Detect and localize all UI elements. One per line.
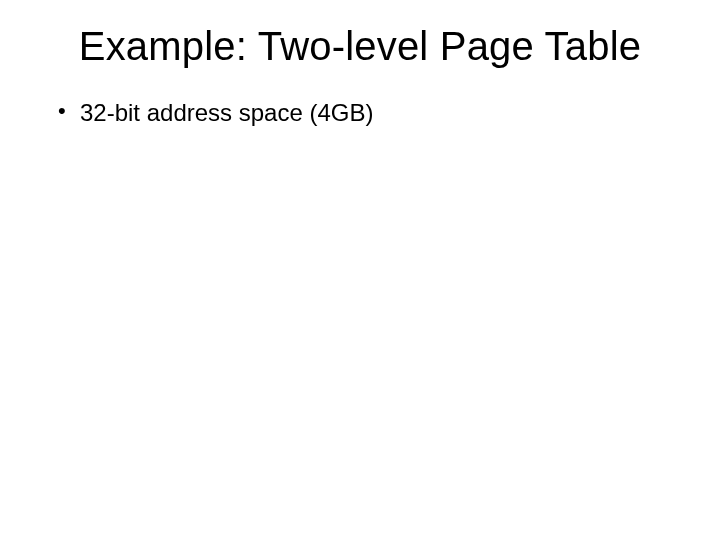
- bullet-list: 32-bit address space (4GB): [50, 97, 670, 128]
- slide-container: Example: Two-level Page Table 32-bit add…: [0, 0, 720, 540]
- slide-title: Example: Two-level Page Table: [50, 24, 670, 69]
- bullet-item: 32-bit address space (4GB): [58, 97, 670, 128]
